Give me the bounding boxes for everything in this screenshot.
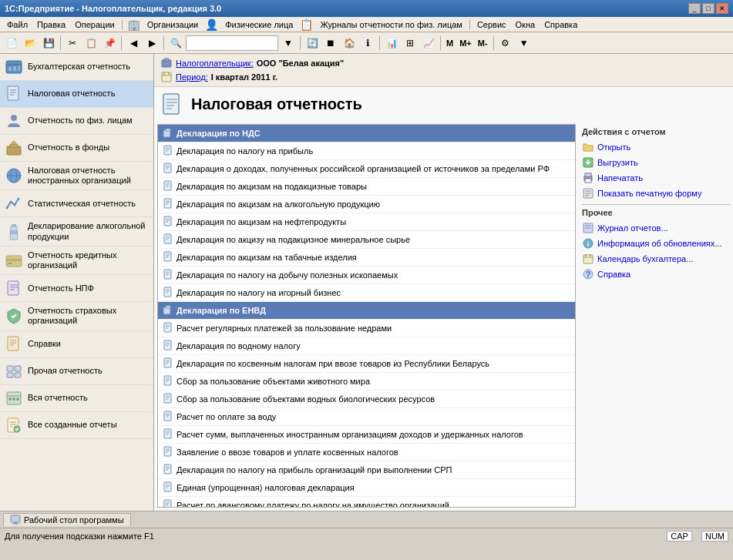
- bottom-tab-bar: Рабочий стол программы: [0, 511, 733, 528]
- list-item[interactable]: Сбор за пользование объектами водных био…: [158, 391, 575, 408]
- list-item[interactable]: Расчет сумм, выплаченных иностранным орг…: [158, 426, 575, 444]
- accounting-icon: [5, 58, 23, 76]
- list-item[interactable]: Декларация по косвенным налогам при ввоз…: [158, 355, 575, 373]
- status-cap: CAP: [667, 531, 692, 542]
- svg-text:?: ?: [586, 270, 590, 279]
- sidebar-item-alcohol[interactable]: Декларирование алкогольной продукции: [0, 217, 153, 246]
- menu-organizations[interactable]: Организации: [143, 19, 203, 30]
- status-hint: Для получения подсказки нажмите F1: [5, 531, 154, 541]
- list-item[interactable]: Декларация по НДС: [158, 125, 575, 143]
- menu-edit[interactable]: Правка: [33, 19, 69, 30]
- action-export[interactable]: Выгрузить: [582, 155, 730, 170]
- list-item[interactable]: Расчет по оплате за воду: [158, 408, 575, 426]
- sidebar-item-certs[interactable]: Справки: [0, 331, 153, 358]
- tb-open[interactable]: 📂: [22, 35, 39, 52]
- tb-forward[interactable]: ▶: [143, 35, 160, 52]
- svg-rect-153: [585, 179, 591, 183]
- list-item[interactable]: Декларация по налогу на прибыль: [158, 143, 575, 160]
- tb-paste[interactable]: 📌: [101, 35, 118, 52]
- menu-windows[interactable]: Окна: [512, 19, 540, 30]
- tb-search-go[interactable]: ▼: [280, 35, 297, 52]
- list-item[interactable]: Декларация по ЕНВД: [158, 302, 575, 320]
- sidebar-item-npf[interactable]: Отчетность НПФ: [0, 275, 153, 302]
- action-printform[interactable]: Показать печатную форму: [582, 186, 730, 201]
- list-item[interactable]: Единая (упрощенная) налоговая декларация: [158, 479, 575, 497]
- action-export-label: Выгрузить: [597, 158, 638, 167]
- action-print[interactable]: Напечатать: [582, 170, 730, 186]
- sidebar-item-foreign[interactable]: Налоговая отчетность иностранных организ…: [0, 162, 153, 190]
- minimize-button[interactable]: _: [688, 3, 701, 14]
- sidebar-item-stat[interactable]: Статистическая отчетность: [0, 190, 153, 217]
- other-icon: [5, 362, 23, 381]
- list-item[interactable]: Декларация о доходах, полученных российс…: [158, 160, 575, 178]
- tb-chart[interactable]: 📈: [420, 35, 437, 52]
- menu-service[interactable]: Сервис: [473, 19, 510, 30]
- svg-rect-80: [164, 234, 171, 243]
- period-label-link[interactable]: Период:: [176, 72, 208, 82]
- sidebar-item-created[interactable]: Все созданные отчеты: [0, 412, 153, 439]
- tb-cut[interactable]: ✂: [64, 35, 81, 52]
- maximize-button[interactable]: □: [702, 3, 715, 14]
- list-item[interactable]: Декларация по акцизу на подакцизное мине…: [158, 231, 575, 249]
- tb-info[interactable]: ℹ: [359, 35, 376, 52]
- menu-phys[interactable]: Физические лица: [221, 19, 297, 30]
- other-calendar[interactable]: Календарь бухгалтера...: [582, 251, 730, 267]
- list-item[interactable]: Декларация по акцизам на подакцизные тов…: [158, 178, 575, 196]
- other-journal[interactable]: Журнал отчетов...: [582, 220, 730, 236]
- other-help[interactable]: ? Справка: [582, 267, 730, 282]
- tb-refresh[interactable]: 🔄: [304, 35, 321, 52]
- list-item[interactable]: Заявление о ввозе товаров и уплате косве…: [158, 444, 575, 461]
- action-open[interactable]: Открыть: [582, 139, 730, 155]
- close-button[interactable]: ✕: [716, 3, 728, 14]
- sidebar-item-all[interactable]: Вся отчетность: [0, 385, 153, 412]
- svg-rect-35: [7, 373, 13, 377]
- tb-sep5: [379, 36, 380, 50]
- org-label-link[interactable]: Налогоплательщик:: [176, 59, 254, 68]
- menu-journals[interactable]: Журналы отчетности по физ. лицам: [316, 19, 466, 30]
- menu-sep-2: [469, 19, 470, 30]
- search-input[interactable]: [186, 35, 278, 51]
- list-item-text: Декларация по косвенным налогам при ввоз…: [177, 359, 489, 368]
- tb-copy[interactable]: 📋: [82, 35, 99, 52]
- tb-dropdown[interactable]: ▼: [516, 35, 533, 52]
- tb-extra[interactable]: ⚙: [497, 35, 514, 52]
- list-item[interactable]: Декларация по водному налогу: [158, 337, 575, 355]
- list-item[interactable]: Декларация по налогу на игорный бизнес: [158, 284, 575, 302]
- tb-search[interactable]: 🔍: [167, 35, 184, 52]
- sidebar-item-funds[interactable]: Отчетность в фонды: [0, 135, 153, 162]
- sidebar-label-credit: Отчетность кредитных организаций: [28, 250, 149, 270]
- list-item[interactable]: Декларация по акцизам на табачные издели…: [158, 249, 575, 267]
- list-item[interactable]: Декларация по акцизам на алкогольную про…: [158, 196, 575, 213]
- list-item[interactable]: Сбор за пользование объектами животного …: [158, 373, 575, 391]
- menu-help[interactable]: Справка: [540, 19, 581, 30]
- doc-icon: [163, 499, 173, 508]
- menu-operations[interactable]: Операции: [71, 19, 118, 30]
- list-item-text: Декларация по НДС: [177, 129, 261, 138]
- list-item[interactable]: Декларация по акцизам на нефтепродукты: [158, 213, 575, 231]
- sidebar-item-tax[interactable]: Налоговая отчетность: [0, 81, 153, 108]
- tb-stop[interactable]: ⏹: [322, 35, 339, 52]
- list-item[interactable]: Расчет регулярных платежей за пользовани…: [158, 320, 575, 337]
- bottom-tab-desktop[interactable]: Рабочий стол программы: [3, 513, 131, 526]
- status-right: CAP NUM: [667, 531, 728, 542]
- sidebar-item-accounting[interactable]: Бухгалтерская отчетность: [0, 54, 153, 81]
- sidebar-item-phys[interactable]: Отчетность по физ. лицам: [0, 108, 153, 135]
- tb-new[interactable]: 📄: [3, 35, 20, 52]
- tb-back[interactable]: ◀: [125, 35, 142, 52]
- menu-file[interactable]: Файл: [3, 19, 32, 30]
- credit-icon: [5, 251, 23, 270]
- sidebar-item-insurance[interactable]: Отчетность страховых организаций: [0, 302, 153, 330]
- title-bar: 1С:Предприятие - Налогоплательщик, редак…: [0, 0, 733, 17]
- list-item[interactable]: Декларация по налогу на прибыль организа…: [158, 461, 575, 479]
- tb-save[interactable]: 💾: [40, 35, 57, 52]
- sidebar-item-other[interactable]: Прочая отчетность: [0, 358, 153, 385]
- tb-home[interactable]: 🏠: [341, 35, 358, 52]
- tb-table[interactable]: 📊: [383, 35, 400, 52]
- list-item[interactable]: Расчет по авансовому платежу по налогу н…: [158, 497, 575, 508]
- sidebar-item-credit[interactable]: Отчетность кредитных организаций: [0, 246, 153, 275]
- svg-rect-169: [11, 515, 20, 522]
- org-header-icon: [160, 57, 173, 69]
- other-updates[interactable]: i Информация об обновлениях...: [582, 236, 730, 251]
- list-item[interactable]: Декларация по налогу на добычу полезных …: [158, 267, 575, 284]
- tb-grid[interactable]: ⊞: [402, 35, 419, 52]
